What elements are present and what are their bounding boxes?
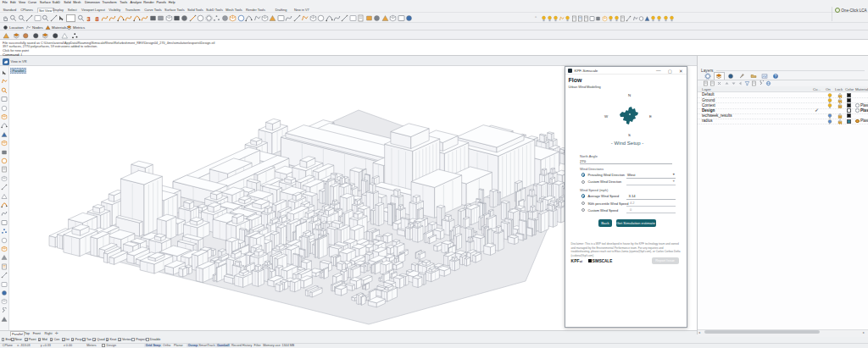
svg-text:8: 8 bbox=[95, 15, 99, 23]
svg-text:3: 3 bbox=[86, 15, 91, 23]
svg-text:?: ? bbox=[775, 74, 777, 78]
